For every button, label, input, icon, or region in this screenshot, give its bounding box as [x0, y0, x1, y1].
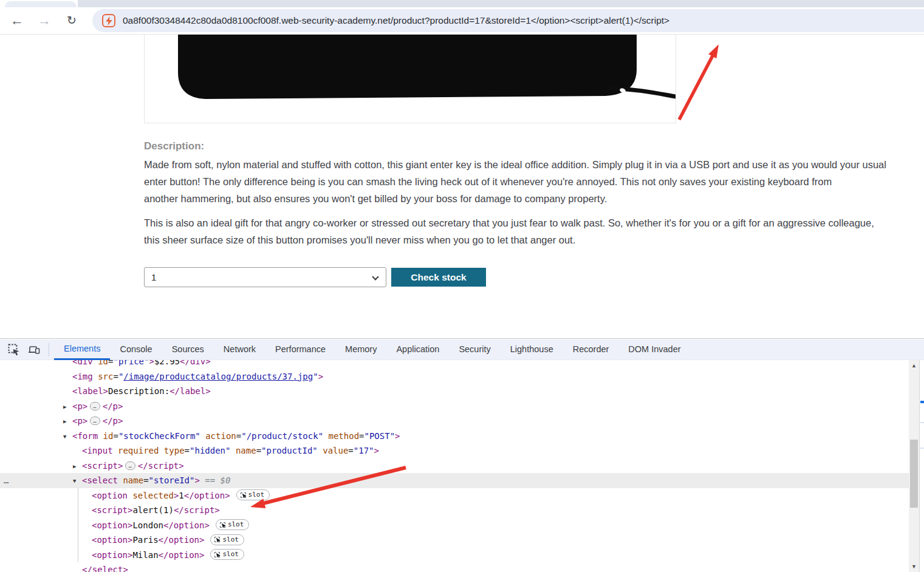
tab-performance[interactable]: Performance [265, 339, 335, 360]
burp-lightning-icon[interactable] [102, 14, 115, 27]
collapse-arrow-icon[interactable]: ▼ [73, 474, 82, 489]
forward-button[interactable]: → [33, 7, 55, 35]
tab-elements[interactable]: Elements [54, 339, 110, 360]
description-line: Made from soft, nylon material and stuff… [144, 159, 886, 171]
expand-arrow-icon[interactable]: ▶ [63, 400, 72, 415]
code-token: </script> [138, 461, 184, 471]
code-token: value [318, 446, 349, 455]
tab-dom-invader[interactable]: DOM Invader [618, 339, 690, 360]
expand-arrow-icon[interactable]: ▶ [73, 459, 82, 474]
slot-badge[interactable]: slot [210, 534, 244, 545]
inline-expand-button[interactable]: … [90, 417, 100, 425]
scroll-up-icon[interactable]: ▲ [909, 361, 919, 370]
code-token: </select> [82, 565, 128, 572]
tab-sources[interactable]: Sources [162, 339, 214, 360]
tab-lighthouse[interactable]: Lighthouse [501, 339, 563, 360]
tab-strip-background [78, 0, 924, 7]
inline-expand-button[interactable]: … [90, 402, 100, 410]
indent-guide-line [78, 488, 78, 562]
inspect-element-icon[interactable] [8, 344, 20, 356]
giant-enter-key-image [145, 35, 676, 123]
back-button[interactable]: ← [6, 7, 28, 35]
devtools-scrollbar[interactable]: ▲ ▼ [909, 360, 919, 572]
slot-badge-label: slot [228, 521, 244, 528]
inspect-icon [214, 537, 220, 542]
slot-badge-label: slot [248, 491, 265, 499]
code-token: "stockCheckForm" [118, 431, 200, 441]
code-token: London [132, 520, 163, 530]
expand-arrow-icon[interactable]: ▶ [63, 414, 72, 429]
code-token: "17" [354, 446, 374, 455]
code-token: Description: [108, 386, 169, 396]
code-token: Paris [132, 535, 158, 545]
store-select[interactable]: 1 [144, 267, 386, 287]
code-token: = [143, 475, 148, 485]
code-token: > [194, 475, 199, 485]
tab-application[interactable]: Application [386, 339, 449, 360]
code-token: /image/productcatalog/products/37.jpg [123, 372, 313, 381]
check-stock-button[interactable]: Check stock [391, 268, 486, 287]
slot-badge[interactable]: slot [210, 549, 244, 560]
web-page: Description: Made from soft, nylon mater… [0, 35, 924, 338]
code-token: <p> [72, 416, 87, 426]
dom-tree-line[interactable]: </select> [0, 562, 909, 572]
url-text[interactable]: 0a8f00f30348442c80da0d8100cf008f.web-sec… [123, 9, 669, 32]
overflow-menu-icon[interactable]: … [4, 473, 9, 488]
tab-network[interactable]: Network [214, 339, 265, 360]
code-token: = [185, 446, 190, 455]
dom-tree-line[interactable]: <option>Milan</option>slot [0, 548, 909, 563]
slot-badge[interactable]: slot [236, 489, 270, 500]
collapse-arrow-icon[interactable]: ▼ [63, 429, 72, 444]
dom-tree-line[interactable]: ▼<form id="stockCheckForm" action="/prod… [0, 429, 909, 444]
dom-tree-line[interactable]: <script>alert(1)</script> [0, 503, 909, 518]
code-token: <option> [92, 550, 132, 560]
slot-badge-label: slot [222, 551, 239, 558]
styles-pane-row-divider [920, 448, 924, 449]
code-token: action [200, 431, 236, 441]
code-token: > [374, 446, 379, 455]
tab-recorder[interactable]: Recorder [563, 339, 619, 360]
dom-tree-line[interactable]: …▼<select name="storeId"> == $0 [0, 473, 909, 488]
slot-badge[interactable]: slot [216, 519, 250, 530]
dom-tree-line[interactable]: ▶<p>…</p> [0, 414, 909, 429]
reload-button[interactable]: ↻ [61, 7, 83, 35]
code-token: </option> [159, 550, 205, 560]
dom-tree-line[interactable]: <option>Paris</option>slot [0, 533, 909, 548]
code-token: <script> [82, 461, 123, 471]
dom-tree-line[interactable]: <option>London</option>slot [0, 518, 909, 533]
tab-security[interactable]: Security [449, 339, 500, 360]
scroll-down-icon[interactable]: ▼ [909, 562, 919, 571]
dom-tree-line[interactable]: <img src="/image/productcatalog/products… [0, 369, 909, 384]
inspect-icon [220, 522, 225, 528]
description-line: This is also an ideal gift for that angr… [144, 217, 874, 229]
elements-panel: <div id="price">$2.95</div><img src="/im… [0, 360, 909, 572]
code-token: <p> [72, 401, 87, 411]
description-line: enter button! The only difference being … [144, 176, 832, 188]
dom-tree-line[interactable]: ▶<script>…</script> [0, 458, 909, 474]
device-toolbar-icon[interactable] [28, 344, 40, 356]
scrollbar-thumb[interactable] [910, 440, 918, 508]
styles-pane-edge [919, 360, 924, 572]
code-token: = [359, 431, 364, 441]
dom-tree-line[interactable]: <option selected>1</option>slot [0, 488, 909, 503]
dom-tree-line[interactable]: <label>Description:</label> [0, 384, 909, 399]
description-line: another hammering, but also ensures you … [144, 193, 607, 205]
code-token: Milan [132, 550, 158, 560]
tab-console[interactable]: Console [110, 339, 162, 360]
tab-memory[interactable]: Memory [335, 339, 386, 360]
styles-pane-accent [920, 401, 924, 403]
code-token: "POST" [364, 431, 395, 441]
code-token: "storeId" [149, 475, 195, 485]
code-token: "productId" [261, 446, 318, 455]
dom-tree-line[interactable]: ▶<p>…</p> [0, 399, 909, 414]
browser-tab-strip [0, 0, 924, 7]
code-token: <option> [92, 535, 132, 545]
product-image [144, 35, 676, 123]
address-bar[interactable]: 0a8f00f30348442c80da0d8100cf008f.web-sec… [92, 9, 924, 32]
inline-expand-button[interactable]: … [125, 461, 135, 470]
devtools-panel: ElementsConsoleSourcesNetworkPerformance… [0, 338, 924, 572]
code-token: </div> [180, 360, 211, 366]
dom-tree-line[interactable]: <input required type="hidden" name="prod… [0, 443, 909, 458]
code-token: type [159, 446, 184, 455]
dom-tree-line[interactable]: <div id="price">$2.95</div> [0, 360, 909, 369]
